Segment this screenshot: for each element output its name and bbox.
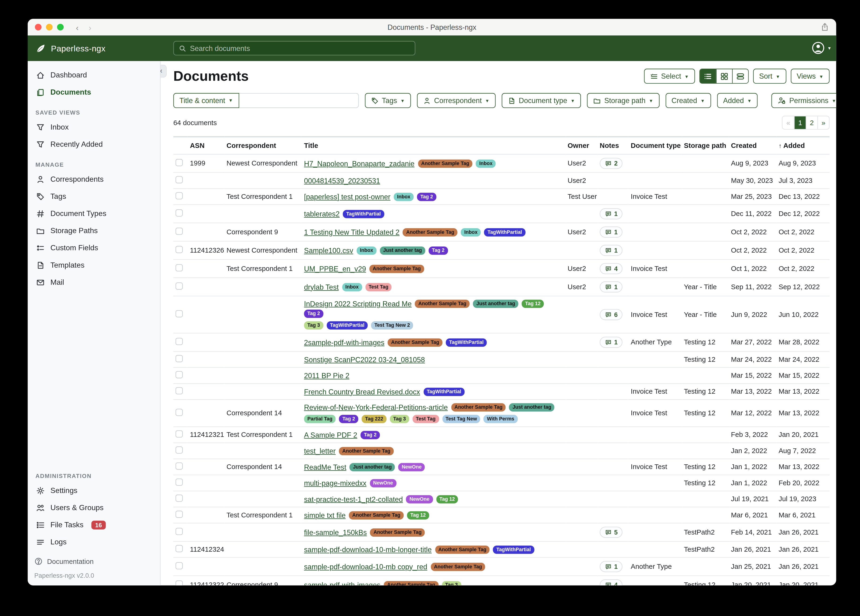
document-link[interactable]: Sonstige ScanPC2022 03-24_081058: [304, 355, 425, 363]
row-checkbox[interactable]: [176, 409, 183, 416]
tag-badge[interactable]: TagWithPartial: [446, 338, 487, 346]
doctype-cell[interactable]: [629, 576, 682, 585]
global-search[interactable]: [173, 41, 415, 55]
sidebar-item-file-tasks[interactable]: File Tasks16: [28, 516, 160, 533]
row-checkbox[interactable]: [176, 283, 183, 290]
storage-path-cell[interactable]: Year - Title: [682, 278, 729, 296]
tag-badge[interactable]: Partial Tag: [304, 415, 336, 423]
correspondent-cell[interactable]: [224, 443, 302, 459]
document-link[interactable]: 2011 BP Pie 2: [304, 371, 349, 380]
title-content-dropdown[interactable]: Title & content▼: [173, 93, 239, 108]
correspondent-cell[interactable]: [224, 491, 302, 507]
tag-badge[interactable]: Another Sample Tag: [451, 403, 506, 412]
correspondent-cell[interactable]: [224, 278, 302, 296]
filter-tags-button[interactable]: Tags▼: [365, 93, 411, 108]
notes-badge[interactable]: 6: [600, 309, 623, 320]
tag-badge[interactable]: Just another tag: [350, 463, 395, 471]
tag-badge[interactable]: Tag 2: [428, 246, 448, 255]
tag-badge[interactable]: Another Sample Tag: [431, 563, 485, 571]
tag-badge[interactable]: TagWithPartial: [424, 387, 465, 396]
sidebar-item-tags[interactable]: Tags: [28, 188, 160, 205]
doctype-cell[interactable]: [629, 491, 682, 507]
tag-badge[interactable]: TagWithPartial: [343, 210, 384, 218]
doctype-cell[interactable]: [629, 443, 682, 459]
column-header-storage[interactable]: Storage path: [682, 137, 729, 154]
doctype-cell[interactable]: Invoice Test: [629, 383, 682, 399]
storage-path-cell[interactable]: [682, 558, 729, 576]
correspondent-cell[interactable]: [224, 173, 302, 189]
notes-badge[interactable]: 2: [600, 158, 623, 169]
notes-badge[interactable]: 5: [600, 527, 623, 538]
storage-path-cell[interactable]: [682, 507, 729, 523]
documentation-link[interactable]: Documentation: [34, 555, 153, 568]
row-checkbox[interactable]: [176, 387, 183, 394]
sidebar-item-mail[interactable]: Mail: [28, 273, 160, 291]
tag-badge[interactable]: Tag 2: [339, 415, 358, 423]
document-link[interactable]: InDesign 2022 Scripting Read Me: [304, 300, 412, 308]
tag-badge[interactable]: Another Sample Tag: [415, 300, 470, 308]
doctype-cell[interactable]: Another Type: [629, 333, 682, 351]
tag-badge[interactable]: Test Tag: [413, 415, 439, 423]
storage-path-cell[interactable]: [682, 241, 729, 259]
tag-badge[interactable]: Another Sample Tag: [384, 581, 438, 586]
back-icon[interactable]: ‹: [76, 22, 78, 32]
storage-path-cell[interactable]: Year - Title: [682, 296, 729, 333]
document-link[interactable]: drylab Test: [304, 283, 339, 291]
sidebar-item-document-types[interactable]: Document Types: [28, 205, 160, 222]
view-list-button[interactable]: [700, 69, 716, 83]
sort-button[interactable]: Sort▼: [753, 69, 786, 84]
correspondent-cell[interactable]: [224, 558, 302, 576]
tag-badge[interactable]: Tag 12: [522, 300, 544, 308]
row-checkbox[interactable]: [176, 446, 183, 454]
correspondent-cell[interactable]: [224, 368, 302, 383]
doctype-cell[interactable]: [629, 523, 682, 541]
doctype-cell[interactable]: Invoice Test: [629, 259, 682, 278]
tag-badge[interactable]: Inbox: [356, 246, 377, 255]
correspondent-cell[interactable]: [224, 475, 302, 491]
doctype-cell[interactable]: [629, 507, 682, 523]
sidebar-item-storage-paths[interactable]: Storage Paths: [28, 222, 160, 239]
document-link[interactable]: tablerates2: [304, 210, 340, 218]
close-window-button[interactable]: [35, 24, 42, 30]
document-link[interactable]: sample-pdf-with-images: [304, 581, 380, 586]
doctype-cell[interactable]: Invoice Test: [629, 296, 682, 333]
correspondent-cell[interactable]: Newest Correspondent: [224, 241, 302, 259]
storage-path-cell[interactable]: Testing 12: [682, 333, 729, 351]
doctype-cell[interactable]: Another Type: [629, 558, 682, 576]
page-button-next[interactable]: »: [817, 116, 829, 129]
notes-badge[interactable]: 1: [600, 337, 623, 348]
document-link[interactable]: simple txt file: [304, 511, 345, 519]
doctype-cell[interactable]: [629, 541, 682, 557]
correspondent-cell[interactable]: [224, 383, 302, 399]
filter-document-type-button[interactable]: Document type▼: [502, 93, 581, 108]
tag-badge[interactable]: Just another tag: [473, 300, 518, 308]
sidebar-item-settings[interactable]: Settings: [28, 482, 160, 499]
tag-badge[interactable]: Inbox: [342, 283, 362, 291]
notes-badge[interactable]: 1: [600, 281, 623, 292]
storage-path-cell[interactable]: [682, 443, 729, 459]
filter-correspondent-button[interactable]: Correspondent▼: [417, 93, 496, 108]
doctype-cell[interactable]: [629, 368, 682, 383]
row-checkbox[interactable]: [176, 246, 183, 253]
app-brand[interactable]: Paperless-ngx: [28, 43, 105, 53]
doctype-cell[interactable]: [629, 278, 682, 296]
storage-path-cell[interactable]: [682, 259, 729, 278]
tag-badge[interactable]: Tag 2: [304, 310, 323, 318]
tag-badge[interactable]: TagWithPartial: [327, 321, 368, 329]
document-link[interactable]: UM_PPBE_en_v29: [304, 265, 366, 273]
doctype-cell[interactable]: [629, 475, 682, 491]
row-checkbox[interactable]: [176, 462, 183, 470]
sidebar-item-templates[interactable]: Templates: [28, 256, 160, 273]
tag-badge[interactable]: Tag 3: [304, 321, 323, 329]
row-checkbox[interactable]: [176, 430, 183, 438]
notes-badge[interactable]: 1: [600, 226, 623, 237]
tag-badge[interactable]: TagWithPartial: [484, 228, 525, 236]
row-checkbox[interactable]: [176, 338, 183, 345]
correspondent-cell[interactable]: [224, 296, 302, 333]
sidebar-item-inbox[interactable]: Inbox: [28, 119, 160, 136]
correspondent-cell[interactable]: [224, 523, 302, 541]
document-link[interactable]: [paperless] test post-owner: [304, 193, 390, 201]
document-link[interactable]: 0004814539_20230531: [304, 176, 380, 184]
storage-path-cell[interactable]: Testing 12: [682, 383, 729, 399]
correspondent-cell[interactable]: Test Correspondent 1: [224, 259, 302, 278]
